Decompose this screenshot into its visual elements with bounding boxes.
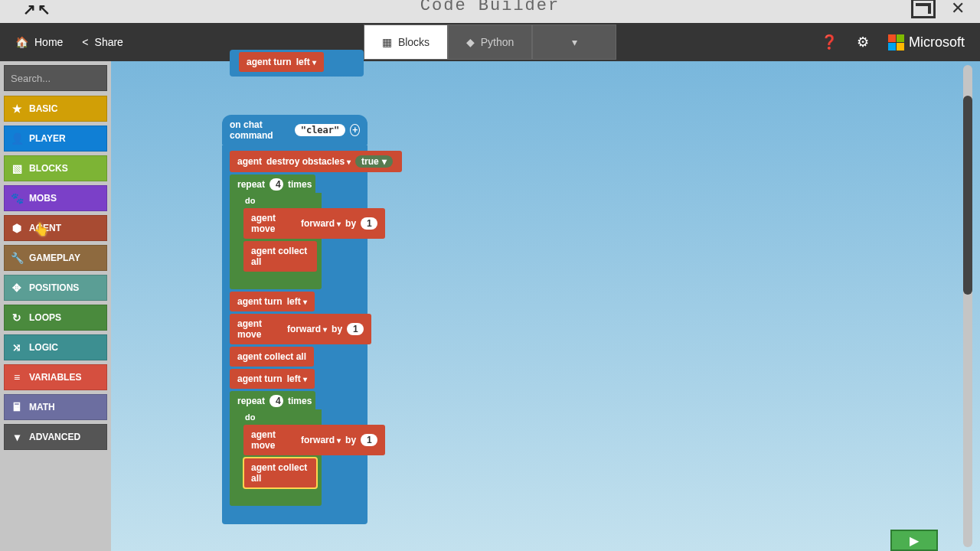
do-label: do <box>245 196 255 205</box>
sidebar-item-positions[interactable]: ✥POSITIONS <box>4 275 107 301</box>
distance-input[interactable]: 1 <box>361 434 377 446</box>
distance-input[interactable]: 1 <box>347 323 364 335</box>
repeat-count-input[interactable]: 4 <box>270 395 283 407</box>
gear-icon[interactable]: ⚙ <box>857 34 869 51</box>
help-icon[interactable]: ❓ <box>821 34 838 51</box>
loops-icon: ↻ <box>11 311 23 324</box>
agent-collect-block[interactable]: agent collect all <box>243 241 317 272</box>
sidebar-item-label: GAMEPLAY <box>29 253 80 263</box>
tab-python[interactable]: ◆ Python <box>448 24 532 60</box>
sidebar-item-logic[interactable]: ⤭LOGIC <box>4 334 107 360</box>
home-button[interactable]: 🏠 Home <box>15 36 63 48</box>
block-label: agent move <box>251 213 296 234</box>
block-label: agent collect all <box>251 246 309 267</box>
direction-dropdown[interactable]: left <box>287 296 307 307</box>
scrollbar-thumb[interactable] <box>963 96 972 295</box>
window-title: Code Builder <box>0 0 980 15</box>
times-label: times <box>288 179 312 190</box>
agent-collect-block[interactable]: agent collect all <box>230 347 314 367</box>
direction-dropdown[interactable]: forward <box>301 218 341 229</box>
microsoft-label: Microsoft <box>909 34 965 51</box>
run-button[interactable]: ▶ <box>890 530 938 551</box>
repeat-foot <box>230 492 322 506</box>
by-label: by <box>345 435 356 445</box>
repeat-block[interactable]: repeat 4 times <box>230 174 315 193</box>
agent-turn-block[interactable]: agent turn left <box>230 369 315 389</box>
sidebar-item-label: BLOCKS <box>29 163 68 174</box>
sidebar-item-gameplay[interactable]: 🔧GAMEPLAY <box>4 245 107 271</box>
search-input[interactable] <box>11 73 111 84</box>
sidebar-item-loops[interactable]: ↻LOOPS <box>4 305 107 331</box>
blocks-workspace[interactable]: ▶ agent turn left on chat command "clear… <box>111 61 980 551</box>
bool-value: true <box>361 156 379 167</box>
sidebar-item-mobs[interactable]: 🐾MOBS <box>4 185 107 211</box>
sidebar-item-agent[interactable]: ⬢AGENT👆 <box>4 215 107 241</box>
toolbox-sidebar: 🔍 ★BASIC👤PLAYER▧BLOCKS🐾MOBS⬢AGENT👆🔧GAMEP… <box>0 61 111 551</box>
direction-dropdown[interactable]: left <box>287 373 307 384</box>
agent-turn-block[interactable]: agent turn left <box>239 52 324 72</box>
sidebar-item-basic[interactable]: ★BASIC <box>4 96 107 122</box>
block-label: repeat <box>237 179 265 190</box>
sidebar-item-label: MATH <box>29 402 55 412</box>
chat-command-input[interactable]: "clear" <box>295 124 346 136</box>
repeat-block[interactable]: repeat 4 times <box>230 391 315 409</box>
search-wrap: 🔍 <box>4 65 107 91</box>
gameplay-icon: 🔧 <box>11 252 23 264</box>
sidebar-item-label: ADVANCED <box>29 432 80 442</box>
sidebar-item-label: POSITIONS <box>29 282 79 293</box>
agent-set-block[interactable]: agent destroy obstacles true▾ <box>230 151 402 172</box>
block-label: agent collect all <box>237 351 306 362</box>
sidebar-item-blocks[interactable]: ▧BLOCKS <box>4 155 107 181</box>
tab-blocks[interactable]: ▦ Blocks <box>364 24 448 60</box>
tab-python-label: Python <box>481 36 514 48</box>
direction-dropdown[interactable]: forward <box>301 435 341 445</box>
add-param-icon[interactable]: + <box>350 124 360 136</box>
direction-dropdown[interactable]: left <box>296 57 316 67</box>
share-label: Share <box>95 36 123 48</box>
sidebar-item-label: MOBS <box>29 193 57 204</box>
sidebar-item-label: LOOPS <box>29 312 61 323</box>
block-label: agent <box>237 156 262 167</box>
close-icon[interactable]: ✕ <box>951 0 965 18</box>
basic-icon: ★ <box>11 103 23 115</box>
sidebar-item-advanced[interactable]: ▾ADVANCED <box>4 424 107 450</box>
sidebar-item-variables[interactable]: ≡VARIABLES <box>4 364 107 390</box>
panel-toggle-icon[interactable] <box>911 0 936 18</box>
agent-move-block[interactable]: agent move forward by 1 <box>243 208 385 239</box>
block-label: agent move <box>251 429 296 451</box>
by-label: by <box>332 324 342 334</box>
repeat-count-input[interactable]: 4 <box>270 178 283 191</box>
block-label: repeat <box>237 396 265 406</box>
direction-dropdown[interactable]: forward <box>287 324 327 334</box>
agent-move-block[interactable]: agent move forward by 1 <box>230 314 371 344</box>
editor-tabs: ▦ Blocks ◆ Python ▾ <box>364 24 616 60</box>
math-icon: 🖩 <box>11 401 23 413</box>
tab-dropdown[interactable]: ▾ <box>532 24 616 60</box>
do-label: do <box>245 412 255 422</box>
on-chat-command-block[interactable]: on chat command "clear" + agent destroy … <box>222 115 368 524</box>
prior-event-block[interactable]: agent turn left <box>230 50 364 77</box>
top-toolbar: 🏠 Home < Share ▦ Blocks ◆ Python ▾ ❓ ⚙ M… <box>0 23 980 61</box>
bool-dropdown[interactable]: true▾ <box>355 155 393 168</box>
scrollbar-track <box>963 65 972 547</box>
mobs-icon: 🐾 <box>11 192 23 204</box>
agent-move-block[interactable]: agent move forward by 1 <box>243 425 385 455</box>
sidebar-item-player[interactable]: 👤PLAYER <box>4 126 107 152</box>
event-block-foot <box>222 510 368 524</box>
window-titlebar: ↗↖ Code Builder ✕ <box>0 0 980 23</box>
option-dropdown[interactable]: destroy obstacles <box>266 156 351 167</box>
logic-icon: ⤭ <box>11 341 23 354</box>
tab-blocks-label: Blocks <box>398 36 430 48</box>
variables-icon: ≡ <box>11 371 23 383</box>
sidebar-item-math[interactable]: 🖩MATH <box>4 394 107 420</box>
agent-turn-block[interactable]: agent turn left <box>230 292 315 311</box>
agent-collect-block[interactable]: agent collect all <box>243 458 317 488</box>
block-label: agent move <box>237 318 283 340</box>
sidebar-item-label: BASIC <box>29 103 57 114</box>
share-button[interactable]: < Share <box>82 36 123 48</box>
repeat-body: do agent move forward by 1 agent collect… <box>230 409 322 492</box>
chevron-down-icon: ▾ <box>11 431 23 443</box>
distance-input[interactable]: 1 <box>361 217 377 230</box>
blocks-icon: ▧ <box>11 162 23 174</box>
positions-icon: ✥ <box>11 282 23 294</box>
